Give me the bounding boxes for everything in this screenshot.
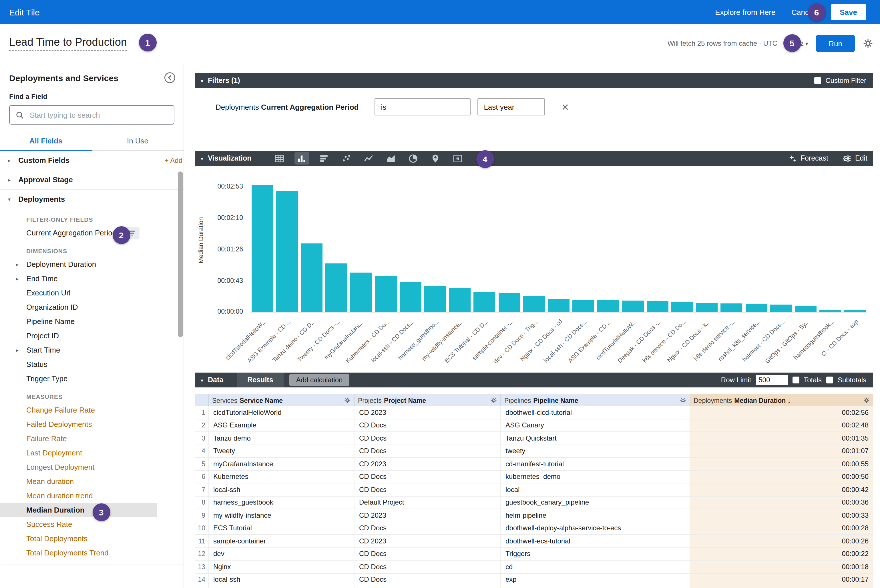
remove-filter-icon[interactable]: [561, 103, 570, 111]
chart-bar[interactable]: [696, 303, 718, 312]
table-row[interactable]: 1cicdTutorialHelloWorldCD 2023dbothwell-…: [195, 406, 873, 419]
field-item-longest-deployment[interactable]: Longest Deployment: [0, 460, 184, 474]
line-chart-viz-icon[interactable]: [361, 152, 376, 165]
field-item-current-aggregation-period[interactable]: Current Aggregation Period: [0, 226, 184, 240]
table-row[interactable]: 4TweetyCD Docstweety00:01:07: [195, 445, 873, 458]
column-header-median-duration[interactable]: DeploymentsMedian Duration↓: [690, 394, 873, 406]
field-search-input[interactable]: [29, 110, 168, 120]
filters-section-bar[interactable]: Filters (1) Custom Filter: [195, 73, 873, 88]
chart-bar[interactable]: [325, 263, 347, 312]
chart-bar[interactable]: [721, 303, 743, 312]
field-group-deployments[interactable]: ▾Deployments2: [0, 189, 184, 208]
chart-bar[interactable]: [400, 282, 421, 312]
map-viz-icon[interactable]: [428, 152, 443, 165]
table-row[interactable]: 13NginxCD Docscd00:00:18: [195, 561, 873, 573]
column-gear-icon[interactable]: [863, 397, 870, 404]
table-row[interactable]: 14local-sshCD Docsexp00:00:17: [195, 573, 873, 586]
field-item-status[interactable]: Status: [0, 357, 184, 371]
totals-checkbox[interactable]: [792, 376, 799, 383]
chart-bar[interactable]: [844, 310, 866, 312]
chart-bar[interactable]: [449, 288, 471, 312]
table-row[interactable]: 8harness_guestbookDefault Projectguestbo…: [195, 496, 873, 509]
column-chart-viz-icon[interactable]: [294, 152, 309, 165]
explore-from-here-button[interactable]: Explore from Here: [715, 8, 775, 16]
expand-arrow-icon[interactable]: ▸: [8, 177, 11, 183]
expand-arrow-icon[interactable]: ▸: [8, 158, 11, 163]
field-item-last-deployment[interactable]: Last Deployment: [0, 446, 184, 460]
chart-bar[interactable]: [597, 300, 619, 312]
bar-chart-viz-icon[interactable]: [316, 152, 331, 165]
filter-operator-select[interactable]: is: [375, 98, 471, 116]
collapse-panel-icon[interactable]: [164, 72, 176, 83]
field-group-custom-fields[interactable]: ▸Custom Fields+ Add: [0, 151, 184, 170]
data-section-bar[interactable]: Data Results Add calculation Row Limit T…: [195, 373, 873, 387]
tile-settings-gear-icon[interactable]: [863, 38, 873, 49]
chart-bar[interactable]: [548, 299, 570, 312]
field-item-start-time[interactable]: ▸Start Time: [0, 343, 184, 357]
chart-bar[interactable]: [301, 243, 322, 312]
chart-bar[interactable]: [276, 191, 298, 312]
custom-filter-checkbox[interactable]: [814, 77, 821, 84]
table-row[interactable]: 10ECS TutorialCD Docsdbothwell-deploy-al…: [195, 522, 873, 535]
tab-all-fields[interactable]: All Fields: [0, 131, 92, 151]
tile-title-editable[interactable]: Lead Time to Production: [9, 36, 127, 51]
pie-chart-viz-icon[interactable]: [406, 152, 421, 165]
chart-bar[interactable]: [523, 296, 545, 312]
chart-bar[interactable]: [795, 306, 817, 312]
column-gear-icon[interactable]: [680, 397, 686, 404]
column-header-pipeline-name[interactable]: PipelinesPipeline Name: [501, 394, 690, 406]
field-item-deployment-duration[interactable]: ▸Deployment Duration: [0, 257, 184, 272]
field-item-total-deployments[interactable]: Total Deployments: [0, 531, 184, 546]
sidebar-scrollbar[interactable]: [178, 171, 183, 337]
single-value-viz-icon[interactable]: 6: [450, 152, 465, 165]
field-item-execution-url[interactable]: Execution Url: [0, 286, 184, 300]
table-row[interactable]: 5myGrafanaInstanceCD 2023cd-manifest-tut…: [195, 458, 873, 471]
chart-bar[interactable]: [572, 300, 594, 312]
column-header-project-name[interactable]: ProjectsProject Name: [355, 394, 501, 406]
column-gear-icon[interactable]: [490, 397, 497, 404]
field-item-change-failure-rate[interactable]: Change Failure Rate: [0, 403, 184, 417]
chart-bar[interactable]: [745, 304, 767, 312]
chart-bar[interactable]: [647, 301, 668, 312]
field-item-project-id[interactable]: Project ID: [0, 328, 184, 343]
collapse-filters-icon[interactable]: [201, 76, 203, 85]
expand-arrow-icon[interactable]: ▸: [16, 347, 19, 353]
table-row[interactable]: 12devCD DocsTriggers00:00:22: [195, 548, 873, 561]
expand-arrow-icon[interactable]: ▸: [16, 261, 19, 267]
expand-arrow-icon[interactable]: ▾: [8, 196, 11, 202]
field-item-mean-duration[interactable]: Mean duration: [0, 474, 184, 489]
edit-viz-button[interactable]: Edit: [843, 154, 867, 163]
collapse-visualization-icon[interactable]: [201, 154, 203, 162]
expand-arrow-icon[interactable]: ▸: [16, 276, 19, 281]
subtotals-checkbox[interactable]: [826, 376, 833, 383]
filter-value-select[interactable]: Last year: [477, 98, 545, 116]
chart-bar[interactable]: [819, 310, 841, 312]
add-calculation-button[interactable]: Add calculation: [289, 374, 350, 386]
add-custom-field-link[interactable]: + Add: [165, 156, 184, 164]
table-row[interactable]: 6KubernetesCD Docskubernetes_demo00:00:5…: [195, 471, 873, 483]
field-group-approval-stage[interactable]: ▸Approval Stage: [0, 170, 184, 189]
row-limit-input[interactable]: [756, 375, 788, 385]
collapse-data-icon[interactable]: [201, 376, 203, 384]
field-item-mean-duration-trend[interactable]: Mean duration trend: [0, 489, 184, 503]
chart-bar[interactable]: [424, 286, 446, 312]
table-viz-icon[interactable]: [272, 152, 287, 165]
chart-bar[interactable]: [375, 276, 397, 312]
table-row[interactable]: 7local-sshCD Docslocal00:00:42: [195, 483, 873, 496]
chart-bar[interactable]: [770, 304, 792, 312]
scatter-viz-icon[interactable]: [339, 152, 354, 165]
table-row[interactable]: 2ASG ExampleCD DocsASG Canary00:02:48: [195, 419, 873, 432]
chart-bar[interactable]: [474, 292, 495, 312]
run-button[interactable]: Run: [816, 35, 855, 52]
field-item-failure-rate[interactable]: Failure Rate: [0, 431, 184, 446]
field-item-median-duration[interactable]: Median Duration: [0, 503, 157, 517]
tab-in-use[interactable]: In Use: [92, 131, 184, 150]
field-item-end-time[interactable]: ▸End Time: [0, 272, 184, 286]
column-gear-icon[interactable]: [344, 397, 350, 404]
chart-bar[interactable]: [622, 301, 644, 312]
chart-bar[interactable]: [498, 293, 520, 312]
table-row[interactable]: 15ASG ExampleCD DocsASG Rolling00:00:17: [195, 586, 873, 588]
tab-results[interactable]: Results: [237, 373, 283, 387]
field-item-pipeline-name[interactable]: Pipeline Name: [0, 314, 184, 328]
field-item-organization-id[interactable]: Organization ID: [0, 300, 184, 314]
